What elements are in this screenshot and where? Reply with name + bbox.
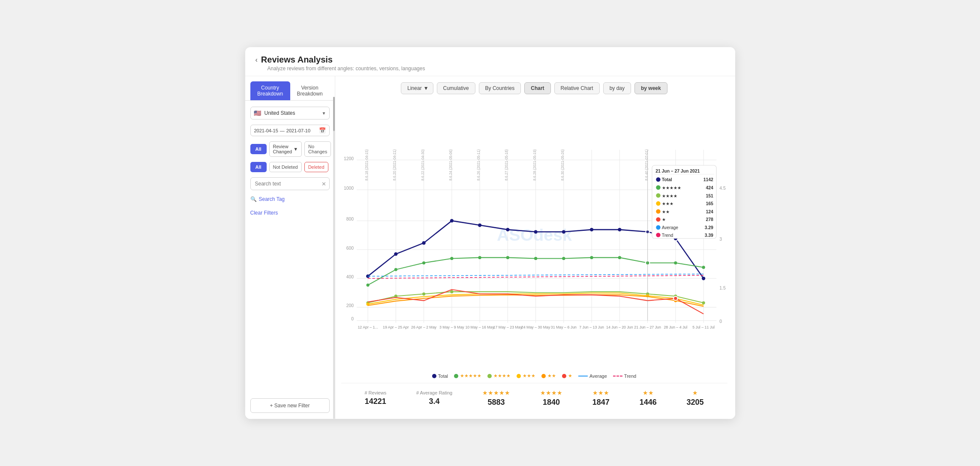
date-separator: — xyxy=(280,128,285,133)
stat-reviews: # Reviews 14221 xyxy=(364,390,386,406)
svg-point-63 xyxy=(618,256,621,259)
svg-text:8.6.40 (2021-07-01): 8.6.40 (2021-07-01) xyxy=(644,149,648,180)
chart-svg-wrap[interactable]: ASOdesk 1200 1000 800 600 400 200 0 4.5 … xyxy=(341,99,727,370)
svg-point-62 xyxy=(590,256,593,259)
svg-point-113 xyxy=(656,217,660,221)
stat-avg-value: 3.4 xyxy=(429,397,440,406)
stat-avg-label: # Average Rating xyxy=(416,390,452,395)
svg-point-49 xyxy=(589,228,593,231)
search-tag-button[interactable]: 🔍 Search Tag xyxy=(250,195,330,203)
search-tag-icon: 🔍 xyxy=(250,196,257,202)
svg-text:19 Apr – 25 Apr: 19 Apr – 25 Apr xyxy=(383,325,409,329)
svg-text:★: ★ xyxy=(661,217,665,222)
svg-point-116 xyxy=(656,225,660,230)
svg-text:12 Apr – 1...: 12 Apr – 1... xyxy=(358,325,378,329)
svg-text:1142: 1142 xyxy=(703,177,713,182)
svg-text:400: 400 xyxy=(346,275,354,279)
country-select-wrap: 🇺🇸 United States ▼ xyxy=(250,107,330,119)
filter2-deleted[interactable]: Deleted xyxy=(304,162,328,172)
svg-point-66 xyxy=(702,266,705,269)
app-window: ‹ Reviews Analysis Analyze reviews from … xyxy=(245,47,735,419)
save-filter-button[interactable]: + Save new Filter xyxy=(250,398,330,413)
sidebar-tabs: Country Breakdown Version Breakdown xyxy=(245,76,335,101)
filter2-all-button[interactable]: All xyxy=(250,162,267,172)
svg-text:3: 3 xyxy=(719,237,722,242)
chart-controls: Linear ▼ Cumulative By Countries Chart R… xyxy=(341,82,727,94)
filter2-not-deleted[interactable]: Not Deleted xyxy=(269,162,302,172)
filter1-review-changed[interactable]: Review Changed ▼ xyxy=(269,141,302,157)
chevron-icon: ▼ xyxy=(293,146,298,152)
stat-3star: ★★★ 1847 xyxy=(592,389,610,407)
page-title: Reviews Analysis xyxy=(261,55,333,65)
date-end: 2021-07-10 xyxy=(286,128,310,133)
calendar-icon[interactable]: 📅 xyxy=(319,127,326,134)
svg-text:0: 0 xyxy=(719,319,722,324)
svg-point-69 xyxy=(422,293,425,296)
svg-text:3 May – 9 May: 3 May – 9 May xyxy=(439,325,464,329)
stat-4star-value: 1840 xyxy=(543,398,560,407)
sidebar: Country Breakdown Version Breakdown 🇺🇸 U… xyxy=(245,76,335,419)
tab-version-breakdown[interactable]: Version Breakdown xyxy=(290,81,330,100)
stat-5star-value: 5883 xyxy=(488,398,505,407)
filter1-all-button[interactable]: All xyxy=(250,144,267,154)
svg-text:8.6.18 (2021-04-15): 8.6.18 (2021-04-15) xyxy=(365,149,369,180)
relative-chart-button[interactable]: Relative Chart xyxy=(554,82,600,94)
cumulative-button[interactable]: Cumulative xyxy=(437,82,475,94)
svg-text:17 May – 23 May: 17 May – 23 May xyxy=(493,325,522,329)
svg-point-48 xyxy=(562,230,565,233)
svg-text:1.5: 1.5 xyxy=(719,286,726,290)
svg-text:10 May – 16 May: 10 May – 16 May xyxy=(465,325,494,329)
svg-text:8.6.26 (2021-05-11): 8.6.26 (2021-05-11) xyxy=(477,149,481,180)
svg-text:31 May – 6 Jun: 31 May – 6 Jun xyxy=(550,325,576,329)
stat-reviews-label: # Reviews xyxy=(364,390,386,395)
svg-point-73 xyxy=(702,301,705,304)
main-content: Country Breakdown Version Breakdown 🇺🇸 U… xyxy=(245,76,735,419)
svg-point-55 xyxy=(394,268,397,271)
country-select[interactable]: United States xyxy=(250,107,330,119)
chart-button[interactable]: Chart xyxy=(524,82,550,94)
stat-3star-value: 1847 xyxy=(592,398,610,407)
back-button[interactable]: ‹ xyxy=(256,56,258,64)
filter1-no-changes[interactable]: No Changes xyxy=(304,141,331,157)
tab-country-breakdown[interactable]: Country Breakdown xyxy=(250,81,290,100)
stat-5star: ★★★★★ 5883 xyxy=(482,389,510,407)
svg-point-44 xyxy=(450,219,453,222)
svg-point-56 xyxy=(422,261,425,264)
stat-reviews-value: 14221 xyxy=(365,397,386,406)
dropdown-arrow-icon: ▼ xyxy=(424,85,429,91)
svg-text:8.6.27 (2021-05-18): 8.6.27 (2021-05-18) xyxy=(505,149,508,180)
header: ‹ Reviews Analysis Analyze reviews from … xyxy=(245,47,735,76)
search-input-wrap: ✕ xyxy=(250,177,330,190)
legend-5star: ★★★★★ xyxy=(454,373,481,379)
svg-text:600: 600 xyxy=(346,246,354,251)
legend-trend: Trend xyxy=(613,373,636,379)
svg-text:151: 151 xyxy=(706,194,713,198)
svg-text:★★: ★★ xyxy=(661,209,669,214)
date-start: 2021-04-15 xyxy=(254,128,278,133)
legend-2star: ★★ xyxy=(541,373,556,379)
svg-point-50 xyxy=(618,228,621,231)
stat-3star-stars: ★★★ xyxy=(592,389,609,396)
legend-total: Total xyxy=(432,373,448,379)
svg-text:21 Jun – 27 Jun 2021: 21 Jun – 27 Jun 2021 xyxy=(655,169,700,173)
chart-svg: ASOdesk 1200 1000 800 600 400 200 0 4.5 … xyxy=(341,99,727,370)
by-day-button[interactable]: by day xyxy=(603,82,631,94)
svg-text:8.6.20 (2021-04-21): 8.6.20 (2021-04-21) xyxy=(393,149,397,180)
close-icon[interactable]: ✕ xyxy=(322,181,326,187)
linear-button[interactable]: Linear ▼ xyxy=(401,82,433,94)
svg-text:7 Jun – 13 Jun: 7 Jun – 13 Jun xyxy=(579,325,604,329)
search-tag-label: Search Tag xyxy=(259,196,285,202)
by-countries-button[interactable]: By Countries xyxy=(479,82,521,94)
legend-4star: ★★★★ xyxy=(487,373,511,379)
date-range-row[interactable]: 2021-04-15 — 2021-07-10 📅 xyxy=(250,125,330,136)
clear-filters-link[interactable]: Clear Filters xyxy=(250,208,330,218)
svg-text:Trend: Trend xyxy=(661,233,673,238)
svg-text:1000: 1000 xyxy=(343,186,353,191)
svg-text:Total: Total xyxy=(661,177,672,182)
stat-1star: ★ 3205 xyxy=(687,389,704,407)
scrollbar-thumb[interactable] xyxy=(333,97,335,131)
stat-4star: ★★★★ 1840 xyxy=(540,389,562,407)
by-week-button[interactable]: by week xyxy=(634,82,667,94)
search-input[interactable] xyxy=(250,177,330,190)
svg-text:★★★★: ★★★★ xyxy=(661,194,677,198)
